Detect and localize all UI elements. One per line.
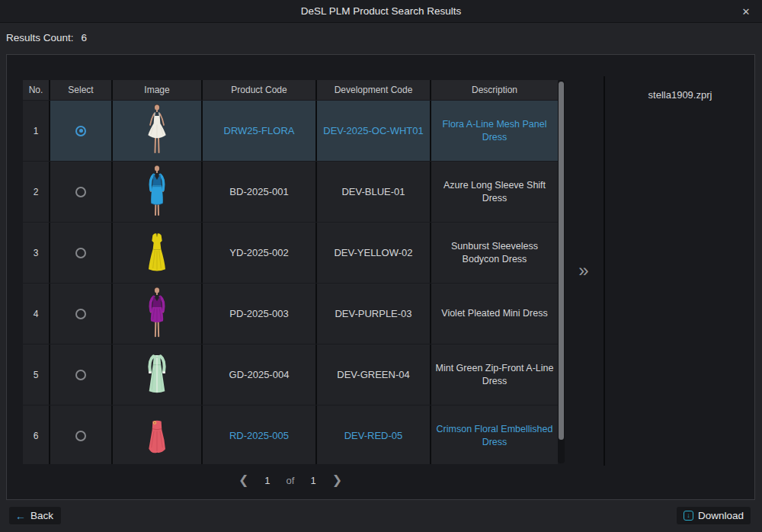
development-code[interactable]: DEV-2025-OC-WHT01 (317, 101, 430, 161)
row-number: 6 (23, 405, 49, 464)
product-image-cell (113, 101, 201, 161)
current-page: 1 (264, 475, 270, 486)
download-button-label: Download (698, 510, 744, 521)
previous-page-icon[interactable]: ❮ (239, 474, 248, 486)
product-code[interactable]: RD-2025-005 (203, 405, 315, 464)
back-button-label: Back (30, 510, 53, 521)
pagination: ❮ 1 of 1 ❯ (23, 469, 558, 492)
expand-panel-icon[interactable]: » (572, 258, 596, 284)
table-row[interactable]: 6 RD-2025-005 DEV-RED-05 Crimson Floral … (23, 405, 558, 464)
select-cell[interactable] (50, 345, 111, 405)
development-code[interactable]: DEV-BLUE-01 (317, 162, 430, 222)
radio-button[interactable] (75, 187, 86, 197)
blue-long-sleeve-dress-image (142, 164, 172, 220)
product-description[interactable]: Crimson Floral Embellished Dress (431, 405, 558, 464)
select-cell[interactable] (50, 162, 111, 222)
development-code[interactable]: DEV-PURPLE-03 (317, 284, 430, 344)
column-header-image[interactable]: Image (113, 80, 201, 100)
white-a-line-mesh-dress-image (142, 103, 172, 159)
development-code[interactable]: DEV-RED-05 (317, 405, 430, 464)
table-row[interactable]: 3 YD-2025-002 DEV-YELLOW-02 Sunburst Sle… (23, 223, 558, 283)
back-arrow-icon: ← (15, 510, 26, 522)
purple-mini-dress-image (142, 286, 172, 342)
results-count-value: 6 (82, 32, 88, 43)
product-code[interactable]: YD-2025-002 (203, 223, 315, 283)
close-icon[interactable]: ✕ (738, 3, 754, 20)
yellow-sleeveless-dress-image (142, 225, 172, 281)
select-cell[interactable] (50, 101, 111, 161)
dialog-title: DeSL PLM Product Search Results (301, 5, 461, 17)
row-number: 4 (23, 284, 49, 344)
row-number: 5 (23, 345, 49, 405)
product-image-cell (113, 162, 201, 222)
next-page-icon[interactable]: ❯ (332, 474, 342, 486)
total-pages: 1 (310, 475, 315, 486)
column-header-no[interactable]: No. (23, 80, 49, 100)
product-description[interactable]: Mint Green Zip-Front A-Line Dress (431, 345, 558, 405)
results-count-label: Results Count: (6, 32, 74, 43)
table-row[interactable]: 4 PD-2025-003 DEV-PURPLE-03 (23, 284, 558, 344)
table-header: No. Select Image Product Code Developmen… (23, 80, 558, 100)
radio-button[interactable] (75, 126, 86, 136)
row-number: 1 (23, 101, 49, 161)
product-code[interactable]: BD-2025-001 (203, 162, 315, 222)
product-code[interactable]: GD-2025-004 (203, 345, 315, 405)
select-cell[interactable] (50, 284, 111, 344)
column-header-select[interactable]: Select (50, 80, 111, 100)
table-body: 1 DRW25-FLORA DEV-2025-OC-WH (23, 101, 558, 464)
dialog-title-bar: DeSL PLM Product Search Results ✕ (0, 0, 762, 23)
download-button[interactable]: ↓ Download (677, 507, 751, 524)
mint-zip-front-dress-image (142, 347, 172, 403)
select-cell[interactable] (50, 223, 111, 283)
product-description[interactable]: Flora A-Line Mesh Panel Dress (431, 101, 558, 161)
download-icon: ↓ (684, 511, 693, 521)
product-description[interactable]: Violet Pleated Mini Dress (431, 284, 558, 344)
development-code[interactable]: DEV-GREEN-04 (317, 345, 430, 405)
row-number: 3 (23, 223, 49, 283)
product-description[interactable]: Azure Long Sleeve Shift Dress (431, 162, 558, 222)
column-header-product-code[interactable]: Product Code (203, 80, 315, 100)
radio-button[interactable] (75, 248, 86, 258)
column-header-development-code[interactable]: Development Code (317, 80, 430, 100)
table-row[interactable]: 1 DRW25-FLORA DEV-2025-OC-WH (23, 101, 558, 161)
product-image-cell (113, 223, 201, 283)
radio-button[interactable] (75, 309, 86, 319)
red-strapless-floral-dress-image (142, 408, 172, 464)
results-count: Results Count:6 (6, 32, 87, 43)
page-of-label: of (287, 475, 295, 486)
back-button[interactable]: ← Back (9, 507, 61, 524)
product-code[interactable]: DRW25-FLORA (203, 101, 315, 161)
product-image-cell (113, 405, 201, 464)
scrollbar-thumb[interactable] (559, 82, 564, 440)
development-code[interactable]: DEV-YELLOW-02 (317, 223, 430, 283)
table-row[interactable]: 5 GD-2025-004 DEV-GREEN-04 Mint Green Zi… (23, 345, 558, 405)
table-scrollbar (558, 80, 565, 463)
radio-button[interactable] (75, 370, 86, 380)
row-number: 2 (23, 162, 49, 222)
plm-search-results-dialog: DeSL PLM Product Search Results ✕ Result… (0, 0, 762, 532)
product-image-cell (113, 345, 201, 405)
product-image-cell (113, 284, 201, 344)
product-code[interactable]: PD-2025-003 (203, 284, 315, 344)
panel-divider (604, 76, 605, 466)
radio-button[interactable] (75, 431, 86, 441)
product-description[interactable]: Sunburst Sleeveless Bodycon Dress (431, 223, 558, 283)
column-header-description[interactable]: Description (431, 80, 558, 100)
table-row[interactable]: 2 BD-2025-001 DEV (23, 162, 558, 222)
project-file-name: stella1909.zprj (605, 89, 755, 101)
select-cell[interactable] (50, 405, 111, 464)
